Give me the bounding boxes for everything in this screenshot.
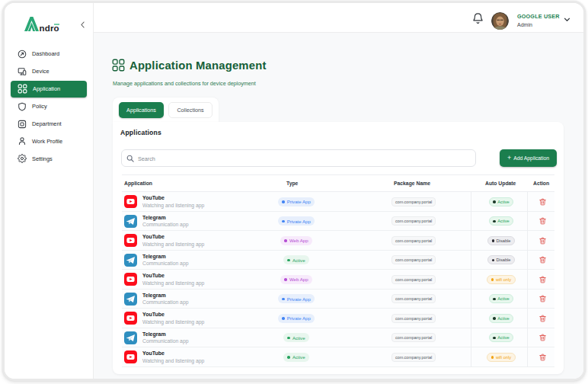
svg-text:ndro: ndro xyxy=(40,24,59,33)
